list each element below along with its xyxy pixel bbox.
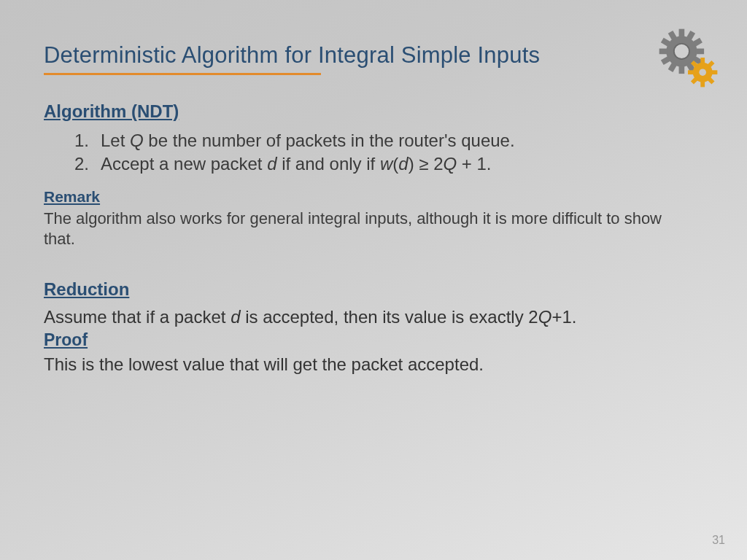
step-text: Accept a new packet d if and only if w(d… bbox=[101, 152, 492, 176]
step-number: 1. bbox=[74, 129, 101, 152]
svg-rect-22 bbox=[688, 70, 694, 74]
svg-rect-18 bbox=[711, 70, 718, 74]
var-Q: Q bbox=[443, 154, 457, 174]
text: Let bbox=[101, 131, 130, 150]
remark-section: Remark The algorithm also works for gene… bbox=[44, 188, 703, 250]
var-w: w bbox=[380, 154, 392, 174]
text: if and only if bbox=[277, 154, 380, 174]
proof-body: This is the lowest value that will get t… bbox=[44, 354, 703, 375]
text: +1. bbox=[551, 307, 576, 327]
svg-rect-20 bbox=[700, 81, 705, 88]
var-d: d bbox=[398, 154, 408, 174]
title-row: Deterministic Algorithm for Integral Sim… bbox=[44, 42, 703, 75]
svg-point-24 bbox=[699, 69, 706, 76]
reduction-section: Reduction Assume that if a packet d is a… bbox=[44, 279, 703, 375]
step-number: 2. bbox=[74, 152, 101, 176]
remark-heading: Remark bbox=[44, 188, 703, 206]
page-number: 31 bbox=[712, 534, 725, 547]
svg-rect-1 bbox=[679, 29, 685, 38]
title-underline bbox=[44, 73, 321, 75]
svg-rect-4 bbox=[696, 49, 705, 55]
remark-body: The algorithm also works for general int… bbox=[44, 209, 686, 250]
reduction-heading: Reduction bbox=[44, 279, 703, 300]
text: Accept a new packet bbox=[101, 154, 267, 174]
var-d: d bbox=[267, 154, 276, 174]
algorithm-step-1: 1. Let Q be the number of packets in the… bbox=[74, 129, 703, 152]
svg-rect-16 bbox=[700, 58, 705, 64]
algorithm-heading: Algorithm (NDT) bbox=[44, 101, 703, 122]
var-Q: Q bbox=[130, 131, 144, 150]
slide: Deterministic Algorithm for Integral Sim… bbox=[0, 0, 747, 560]
text: be the number of packets in the router's… bbox=[144, 131, 515, 150]
algorithm-step-2: 2. Accept a new packet d if and only if … bbox=[74, 152, 703, 176]
var-Q: Q bbox=[538, 307, 552, 327]
algorithm-steps: 1. Let Q be the number of packets in the… bbox=[44, 129, 703, 176]
text: Assume that if a packet bbox=[44, 307, 231, 327]
algorithm-section: Algorithm (NDT) 1. Let Q be the number o… bbox=[44, 101, 703, 176]
reduction-body: Assume that if a packet d is accepted, t… bbox=[44, 306, 703, 329]
svg-rect-7 bbox=[679, 66, 685, 74]
text: + 1. bbox=[457, 154, 491, 174]
step-text: Let Q be the number of packets in the ro… bbox=[101, 129, 515, 152]
text: ) ≥ 2 bbox=[409, 154, 444, 174]
text: is accepted, then its value is exactly 2 bbox=[240, 307, 538, 327]
gears-icon bbox=[654, 23, 724, 93]
var-d: d bbox=[231, 307, 240, 327]
svg-rect-10 bbox=[659, 49, 668, 55]
slide-title: Deterministic Algorithm for Integral Sim… bbox=[44, 42, 703, 69]
proof-heading: Proof bbox=[44, 330, 703, 350]
